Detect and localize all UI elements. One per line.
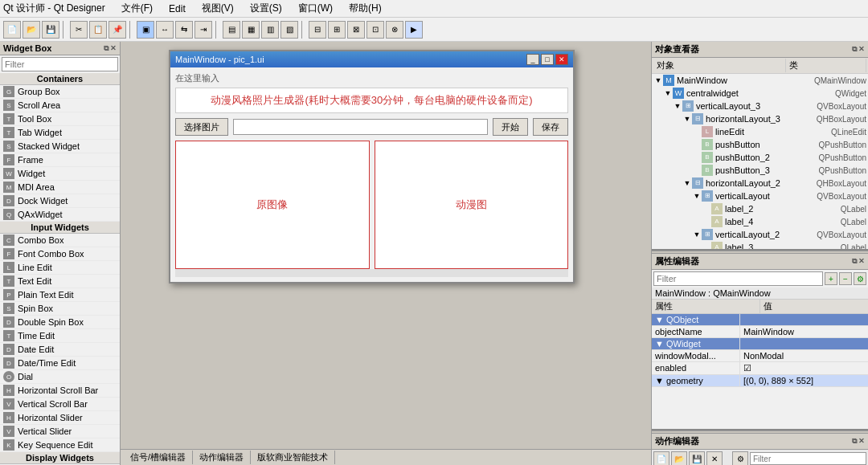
copy-button[interactable]: 📋: [89, 21, 107, 39]
widget-editor-button[interactable]: ▣: [137, 21, 154, 39]
open-button[interactable]: 📂: [23, 21, 40, 39]
action-new-btn[interactable]: 📄: [653, 451, 669, 465]
obj-float-icon[interactable]: ⧉: [852, 45, 857, 54]
prop-enabled-value[interactable]: ☑: [740, 362, 868, 374]
obj-close-icon[interactable]: ✕: [858, 45, 865, 54]
cut-button[interactable]: ✂: [70, 21, 88, 39]
tree-item-pushbtn1[interactable]: B pushButton QPushButton: [652, 138, 868, 151]
new-button[interactable]: 📄: [3, 21, 21, 39]
minimize-button[interactable]: _: [526, 54, 539, 65]
widget-item-doublespinbox[interactable]: DDouble Spin Box: [0, 316, 120, 329]
widget-item-scrollarea[interactable]: SScroll Area: [0, 99, 120, 112]
toggle-mainwindow[interactable]: ▼: [653, 76, 663, 84]
tree-item-mainwindow[interactable]: ▼ M MainWindow QMainWindow: [652, 74, 868, 87]
action-close-icon[interactable]: ✕: [858, 437, 865, 446]
prop-objectname-row[interactable]: objectName MainWindow: [652, 326, 868, 338]
break-layout-button[interactable]: ⊗: [386, 21, 403, 39]
toggle-vlayout2[interactable]: ▼: [692, 230, 702, 239]
tree-item-hlayout2[interactable]: ▼ ⊟ horizontalLayout_2 QHBoxLayout: [652, 177, 868, 190]
align-left-button[interactable]: ▤: [223, 21, 240, 39]
inner-scrollbar[interactable]: [175, 269, 568, 277]
save-button[interactable]: 💾: [42, 21, 59, 39]
prop-windowmodal-value[interactable]: NonModal: [740, 350, 868, 361]
close-button[interactable]: ✕: [555, 54, 568, 65]
widget-item-vslider[interactable]: VVertical Slider: [0, 425, 120, 438]
widget-item-hslider[interactable]: HHorizontal Slider: [0, 411, 120, 425]
tree-item-label2[interactable]: A label_2 QLabel: [652, 202, 868, 215]
prop-geometry-row[interactable]: ▼ geometry [(0, 0), 889 × 552]: [652, 375, 868, 387]
widget-item-timeedit[interactable]: TTime Edit: [0, 329, 120, 343]
widget-item-lineedit[interactable]: LLine Edit: [0, 261, 120, 275]
signal-slot-button[interactable]: ↔: [156, 21, 174, 39]
toggle-vlayout3[interactable]: ▼: [673, 102, 682, 110]
start-button[interactable]: 开始: [493, 118, 528, 136]
toggle-hlayout3[interactable]: ▼: [682, 115, 692, 123]
widget-item-groupbox[interactable]: GGroup Box: [0, 85, 120, 99]
tree-item-pushbtn2[interactable]: B pushButton_2 QPushButton: [652, 151, 868, 164]
tree-item-vlayout3[interactable]: ▼ ⊞ verticalLayout_3 QVBoxLayout: [652, 100, 868, 112]
action-save-btn[interactable]: 💾: [689, 451, 705, 465]
widget-filter-input[interactable]: [2, 57, 118, 71]
menu-file[interactable]: 文件(F): [118, 1, 156, 16]
buddy-button[interactable]: ⇆: [175, 21, 193, 39]
layout-v-button[interactable]: ⊞: [328, 21, 346, 39]
tab-order-button[interactable]: ⇥: [194, 21, 212, 39]
prop-geometry-value[interactable]: [(0, 0), 889 × 552]: [740, 375, 868, 386]
prop-objectname-value[interactable]: MainWindow: [740, 326, 868, 337]
tree-item-vlayout1[interactable]: ▼ ⊞ verticalLayout QVBoxLayout: [652, 190, 868, 202]
widget-item-dateedit[interactable]: DDate Edit: [0, 343, 120, 357]
toggle-vlayout1[interactable]: ▼: [692, 192, 702, 200]
toggle-hlayout2[interactable]: ▼: [682, 179, 692, 187]
align-right-button[interactable]: ▦: [242, 21, 260, 39]
maximize-button[interactable]: □: [541, 54, 554, 65]
widget-item-dock[interactable]: DDock Widget: [0, 194, 120, 208]
widget-item-fontcombo[interactable]: FFont Combo Box: [0, 247, 120, 261]
layout-grid-button[interactable]: ⊠: [347, 21, 365, 39]
status-signals[interactable]: 信号/槽编辑器: [124, 451, 193, 464]
layout-h-button[interactable]: ⊟: [309, 21, 326, 39]
widget-item-stacked[interactable]: SStacked Widget: [0, 140, 120, 153]
widget-item-dial[interactable]: ODial: [0, 370, 120, 384]
menu-window[interactable]: 窗口(W): [295, 1, 336, 16]
status-actions[interactable]: 动作编辑器: [193, 451, 251, 464]
widget-item-keyseq[interactable]: KKey Sequence Edit: [0, 438, 120, 452]
widget-item-mdi[interactable]: MMDI Area: [0, 181, 120, 194]
widget-item-textedit[interactable]: TText Edit: [0, 275, 120, 288]
menu-help[interactable]: 帮助(H): [346, 1, 385, 16]
align-top-button[interactable]: ▥: [261, 21, 279, 39]
tree-item-lineedit[interactable]: L lineEdit QLineEdit: [652, 125, 868, 138]
prop-add-icon[interactable]: +: [825, 272, 837, 285]
align-bottom-button[interactable]: ▧: [280, 21, 298, 39]
prop-float-icon[interactable]: ⧉: [852, 257, 857, 266]
prop-close-icon[interactable]: ✕: [858, 257, 865, 266]
panel-close-icon[interactable]: ✕: [110, 44, 117, 53]
tree-item-central[interactable]: ▼ W centralwidget QWidget: [652, 87, 868, 100]
save-image-button[interactable]: 保存: [533, 118, 568, 136]
prop-settings-icon[interactable]: ⚙: [854, 272, 866, 285]
widget-item-qax[interactable]: QQAxWidget: [0, 208, 120, 222]
tree-item-label3[interactable]: A label_3 QLabel: [652, 241, 868, 249]
action-delete-btn[interactable]: ✕: [706, 451, 723, 465]
layout-form-button[interactable]: ⊡: [366, 21, 384, 39]
widget-item-combo[interactable]: CCombo Box: [0, 234, 120, 247]
widget-item-widget[interactable]: WWidget: [0, 167, 120, 181]
widget-item-hscrollbar[interactable]: HHorizontal Scroll Bar: [0, 384, 120, 398]
action-open-btn[interactable]: 📂: [671, 451, 687, 465]
action-settings-btn[interactable]: ⚙: [732, 451, 748, 465]
select-image-button[interactable]: 选择图片: [175, 118, 228, 136]
prop-minus-icon[interactable]: −: [839, 272, 852, 285]
widget-item-spinbox[interactable]: SSpin Box: [0, 302, 120, 316]
panel-float-icon[interactable]: ⧉: [104, 44, 108, 53]
paste-button[interactable]: 📌: [108, 21, 126, 39]
tree-item-vlayout2[interactable]: ▼ ⊞ verticalLayout_2 QVBoxLayout: [652, 228, 868, 241]
prop-windowmodal-row[interactable]: windowModal... NonModal: [652, 350, 868, 362]
tree-item-label4[interactable]: A label_4 QLabel: [652, 215, 868, 228]
widget-item-vscrollbar[interactable]: VVertical Scroll Bar: [0, 398, 120, 411]
widget-item-frame[interactable]: FFrame: [0, 153, 120, 167]
prop-enabled-row[interactable]: enabled ☑: [652, 362, 868, 375]
toggle-central[interactable]: ▼: [663, 89, 673, 97]
widget-item-plaintextedit[interactable]: PPlain Text Edit: [0, 288, 120, 302]
prop-filter-input[interactable]: [653, 271, 823, 286]
menu-settings[interactable]: 设置(S): [247, 1, 285, 16]
action-float-icon[interactable]: ⧉: [852, 437, 857, 446]
